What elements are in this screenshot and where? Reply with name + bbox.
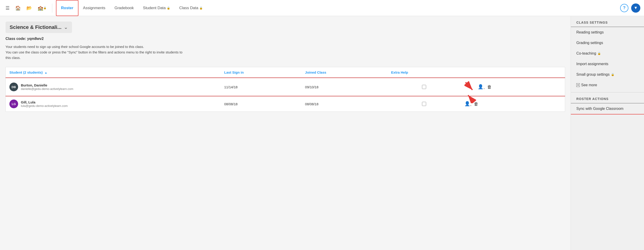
grading-settings-label: Grading settings [576,41,603,45]
see-more-label: See more [581,83,597,87]
row-actions: 👤+ 🗑 [464,81,561,93]
reading-settings-label: Reading settings [576,30,604,34]
content-area: Science & Fictionali... ⌄ Class code: yq… [0,16,570,250]
sort-up-icon: ▲ [44,71,47,74]
co-teaching-lock-icon: 🔒 [598,52,601,55]
class-data-lock-icon: 🔒 [199,6,203,10]
add-student-button[interactable]: 👤+ [464,101,471,107]
sidebar-item-small-group-settings[interactable]: Small group settings 🔒 [571,69,644,80]
tab-class-data[interactable]: Class Data 🔒 [175,0,207,16]
col-extra-help: Extra Help [387,67,461,78]
roster-table: Student (2 students) ▲ Last Sign in Join… [6,67,565,112]
extra-help-cell[interactable] [391,102,457,106]
student-cell: DB Burton, Danielle danielle@gedu-demo-a… [10,82,217,91]
sidebar-item-reading-settings[interactable]: Reading settings [571,27,644,38]
student-name: Gill, Lula [21,100,68,104]
joined-class-cell: 09/10/18 [301,78,387,96]
roster-actions-title: ROSTER ACTIONS [571,92,644,104]
svg-line-1 [466,82,472,90]
class-name: Science & Fictionali... [10,24,62,30]
plus-box-icon: + [576,83,580,87]
col-actions [461,67,565,78]
small-group-lock-icon: 🔒 [611,73,614,76]
delete-icon: 🗑 [487,84,492,90]
sync-google-label: Sync with Google Classroom [576,107,623,111]
class-description: Your students need to sign up using thei… [6,44,565,60]
delete-student-button[interactable]: 🗑 [474,102,478,107]
joined-class-cell: 08/08/18 [301,96,387,112]
co-teaching-label: Co-teaching [576,52,596,56]
student-name: Burton, Danielle [21,83,74,87]
col-last-signin: Last Sign in [221,67,302,78]
small-group-settings-label: Small group settings [576,72,610,76]
help-button[interactable]: ? [620,4,628,12]
extra-help-cell[interactable] [391,85,457,89]
tab-student-data[interactable]: Student Data 🔒 [138,0,174,16]
avatar-icon: ▼ [634,6,638,10]
col-student[interactable]: Student (2 students) ▲ [6,67,221,78]
sidebar-item-sync-google[interactable]: Sync with Google Classroom [571,104,644,114]
student-data-lock-icon: 🔒 [167,6,170,10]
user-avatar[interactable]: ▼ [631,4,640,12]
add-student-icon: 👤+ [464,101,471,106]
add-student-icon: 👤+ [478,84,484,89]
tab-roster[interactable]: Roster [56,0,78,16]
top-nav: ☰ 🏠 📂 🏫 🔒 Roster Assignments Gradebook S… [0,0,644,16]
class-code: Class code: yqm8wv2 [6,37,565,41]
tab-assignments[interactable]: Assignments [78,0,110,16]
sidebar-item-grading-settings[interactable]: Grading settings [571,38,644,48]
avatar: LG [10,100,18,108]
add-student-button[interactable]: 👤+ [478,84,484,90]
student-cell: LG Gill, Lula lula@gedu-demo-activelylea… [10,100,217,108]
sidebar: CLASS SETTINGS Reading settings Grading … [570,16,644,250]
school-lock-icon: 🔒 [43,6,46,10]
last-signin-cell: 11/14/18 [221,78,302,96]
menu-icon: ☰ [6,5,10,11]
sidebar-item-co-teaching[interactable]: Co-teaching 🔒 [571,48,644,59]
class-selector[interactable]: Science & Fictionali... ⌄ [6,22,72,33]
student-email: danielle@gedu-demo-activelylearn.com [21,87,74,90]
last-signin-cell: 08/08/18 [221,96,302,112]
extra-help-checkbox[interactable] [422,102,426,106]
nav-tabs: Roster Assignments Gradebook Student Dat… [56,0,618,16]
table-row: LG Gill, Lula lula@gedu-demo-activelylea… [6,96,565,112]
school-icon: 🏫 [38,5,43,11]
sidebar-item-import-assignments[interactable]: Import assignments [571,59,644,69]
extra-help-checkbox[interactable] [422,85,426,89]
folder-icon: 📂 [26,5,32,11]
folder-button[interactable]: 📂 [24,4,34,12]
avatar: DB [10,82,18,91]
delete-student-button[interactable]: 🗑 [487,84,492,90]
row-actions: 👤+ 🗑 [464,101,561,107]
class-settings-title: CLASS SETTINGS [571,16,644,27]
chevron-down-icon: ⌄ [64,24,68,30]
action-icons: 👤+ 🗑 [464,101,478,107]
import-assignments-label: Import assignments [576,62,608,66]
school-button[interactable]: 🏫 🔒 [36,4,48,12]
main-layout: Science & Fictionali... ⌄ Class code: yq… [0,16,644,250]
home-icon: 🏠 [15,5,21,11]
menu-button[interactable]: ☰ [4,4,12,12]
sidebar-item-see-more[interactable]: + See more [571,80,644,90]
red-arrow-indicator [464,81,476,93]
nav-divider [52,4,52,12]
tab-gradebook[interactable]: Gradebook [110,0,138,16]
home-button[interactable]: 🏠 [13,4,23,12]
col-joined-class: Joined Class [301,67,387,78]
help-icon: ? [623,6,626,10]
table-row: DB Burton, Danielle danielle@gedu-demo-a… [6,78,565,96]
nav-right: ? ▼ [620,4,640,12]
student-email: lula@gedu-demo-activelylearn.com [21,104,68,108]
delete-icon: 🗑 [474,102,478,106]
action-icons: 👤+ 🗑 [478,84,492,90]
